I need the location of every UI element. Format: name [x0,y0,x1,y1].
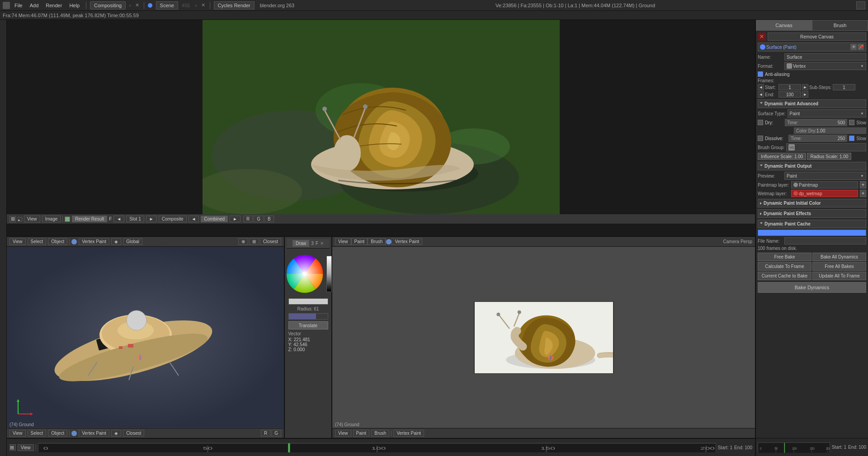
brush-btn-cam[interactable]: Brush [368,238,386,245]
color-dry-field[interactable]: Color Dry: 1.00 [794,127,866,134]
snap-overlay[interactable]: R [261,430,270,437]
end-prev[interactable]: ◄ [758,91,764,98]
dry-checkbox[interactable] [758,120,763,125]
start-value[interactable]: 1 [778,84,801,90]
closest-btn[interactable]: Closest [123,430,144,437]
remove-canvas-button[interactable]: Remove Canvas [768,33,866,41]
prev-channel[interactable]: ◄ [189,216,199,222]
menu-render[interactable]: Render [43,2,65,9]
eye-icon[interactable]: 👁 [850,44,857,50]
cache-section-header[interactable]: Dynamic Paint Cache [758,220,866,228]
radius-scale-btn[interactable]: Radius Scale: 1.00 [807,153,851,160]
view-btn-b[interactable]: View [9,430,26,437]
next-channel[interactable]: ► [230,216,241,222]
tl-icon[interactable]: ⊞ [9,444,16,451]
name-input[interactable]: Surface [784,53,866,61]
editor-type-button[interactable]: Compositing [90,1,126,9]
filename-input[interactable] [784,237,866,244]
update-all-to-frame-btn[interactable]: Update All To Frame [812,272,866,280]
prev-slot[interactable]: ◄ [113,216,124,222]
menu-help[interactable]: Help [66,2,82,9]
bake-dynamics-btn[interactable]: Bake Dynamics [758,282,866,293]
current-cache-to-bake-btn[interactable]: Current Cache to Bake [758,272,811,280]
view-btn-3d[interactable]: View [9,238,26,245]
dissolve-slow-check[interactable] [849,136,854,141]
filter-btn[interactable]: G [254,216,264,222]
start-next[interactable]: ► [802,84,808,90]
slot-btn[interactable]: Slot 1 [126,216,144,222]
translate-btn[interactable]: Translate [288,321,328,329]
view-menu[interactable]: View [24,216,40,222]
select-btn-3d[interactable]: Select [28,238,47,245]
dry-time-field[interactable]: Time: 500 [785,119,847,126]
next-slot[interactable]: ► [146,216,157,222]
output-section-header[interactable]: Dynamic Paint Output [758,162,866,170]
viewport-icon[interactable]: ⊞ [9,216,16,222]
select-btn-b[interactable]: Select [28,430,47,437]
dissolve-checkbox[interactable] [758,136,763,141]
antialiasing-checkbox[interactable] [758,71,763,77]
calculate-to-frame-btn[interactable]: Calculate To Frame [758,262,811,271]
pivot-btn[interactable]: ◈ [111,238,121,245]
image-menu[interactable]: Image [42,216,61,222]
menu-add[interactable]: Add [27,2,42,9]
composite-btn[interactable]: Composite [159,216,187,222]
render-result-btn[interactable]: Render Result [72,216,107,222]
camera-viewport-bg[interactable] [332,247,755,428]
paint-btn-cam[interactable]: Paint [351,238,368,245]
pivot-type-btn[interactable]: Closest [260,238,281,245]
snap-btn[interactable]: ⊕ [238,238,248,245]
free-all-bakes-btn[interactable]: Free All Bakes [812,262,866,271]
preview-select[interactable]: Paint ▼ [784,172,866,180]
disp-overlay[interactable]: G [271,430,281,437]
start-prev[interactable]: ◄ [758,84,764,90]
color-wheel-svg[interactable] [285,254,325,294]
object-btn-b[interactable]: Object [48,430,67,437]
initial-color-section-header[interactable]: Dynamic Paint Initial Color [758,199,866,207]
object-btn-3d[interactable]: Object [48,238,67,245]
end-value[interactable]: 100 [778,91,801,98]
3d-viewport-bg[interactable] [7,247,284,428]
cam-mode-btn[interactable]: Vertex Paint [392,238,422,245]
color-brightness-strip[interactable] [326,256,332,292]
menu-file[interactable]: File [12,2,25,9]
mode-btn-b[interactable]: Vertex Paint [79,430,109,437]
manipulator-btn[interactable]: ⊞ [249,238,259,245]
influence-scale-btn[interactable]: Influence Scale: 1.00 [758,153,806,160]
brush-group-field[interactable]: VG [786,143,866,151]
free-bake-btn[interactable]: Free Bake [758,253,811,261]
cam-brush-btn[interactable]: Brush [371,430,389,437]
pivot-btn-b[interactable]: ◈ [111,430,121,437]
wetmap-field[interactable]: dp_wetmap [791,190,858,197]
effects-section-header[interactable]: Dynamic Paint Effects [758,209,866,218]
right-timeline-track[interactable]: 0 50 100 150 200 [758,442,830,452]
x-button[interactable]: ✕ [758,33,766,41]
view-btn-cam[interactable]: View [335,238,351,245]
overlay-btn[interactable]: B [264,216,274,222]
surface-type-select[interactable]: Paint ▼ [788,109,866,118]
paintmap-field[interactable]: Paintmap [791,181,858,188]
global-btn[interactable]: Global [123,238,142,245]
render-engine-button[interactable]: Cycles Render [214,1,255,9]
radius-slider[interactable] [288,313,328,320]
draw-btn[interactable]: Draw [292,240,309,247]
close-draw[interactable]: ✕ [320,241,324,246]
color-swatch[interactable] [288,298,328,305]
format-value[interactable]: Vertex ▼ [784,62,866,70]
advanced-section-header[interactable]: Dynamic Paint Advanced [758,99,866,108]
timeline-track[interactable]: 0 50 100 150 200 [38,443,716,452]
end-next[interactable]: ► [802,91,808,98]
combined-btn[interactable]: Combined [201,216,228,222]
brush-tab[interactable]: Brush [812,20,868,31]
pin-icon[interactable]: 📌 [858,44,864,50]
cache-bar[interactable] [758,230,866,236]
dry-slow-check[interactable] [849,120,854,125]
paintmap-add-btn[interactable]: + [860,181,866,188]
cam-mode-b[interactable]: Vertex Paint [393,430,424,437]
surface-row[interactable]: Surface (Paint) 👁 📌 [758,42,866,52]
substeps-value[interactable]: 1 [833,84,855,90]
color-wheel[interactable] [285,254,325,294]
dissolve-time-field[interactable]: Time: 250 [788,135,847,142]
screen-icon[interactable] [856,1,865,9]
bake-all-dynamics-btn[interactable]: Bake All Dynamics [812,253,866,261]
